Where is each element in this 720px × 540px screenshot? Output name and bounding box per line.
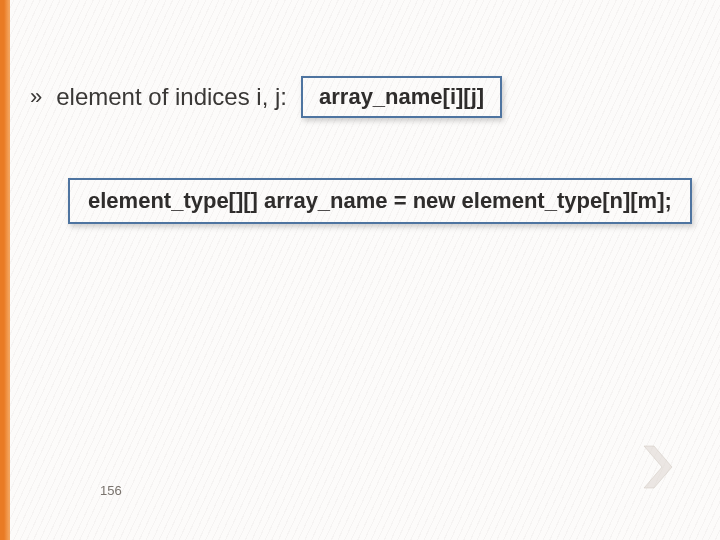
bullet-glyph: » xyxy=(30,86,42,108)
accent-bar xyxy=(0,0,10,540)
declaration-text: element_type[][] array_name = new elemen… xyxy=(88,188,672,213)
access-expression: array_name[i][j] xyxy=(319,84,484,109)
declaration-row: element_type[][] array_name = new elemen… xyxy=(68,178,690,224)
access-box: array_name[i][j] xyxy=(301,76,502,118)
bullet-line: » element of indices i, j: array_name[i]… xyxy=(30,76,690,118)
declaration-box: element_type[][] array_name = new elemen… xyxy=(68,178,692,224)
chevron-right-icon xyxy=(640,442,682,492)
slide-content: » element of indices i, j: array_name[i]… xyxy=(30,76,690,224)
lead-text: element of indices i, j: xyxy=(56,83,287,111)
page-number: 156 xyxy=(100,483,122,498)
